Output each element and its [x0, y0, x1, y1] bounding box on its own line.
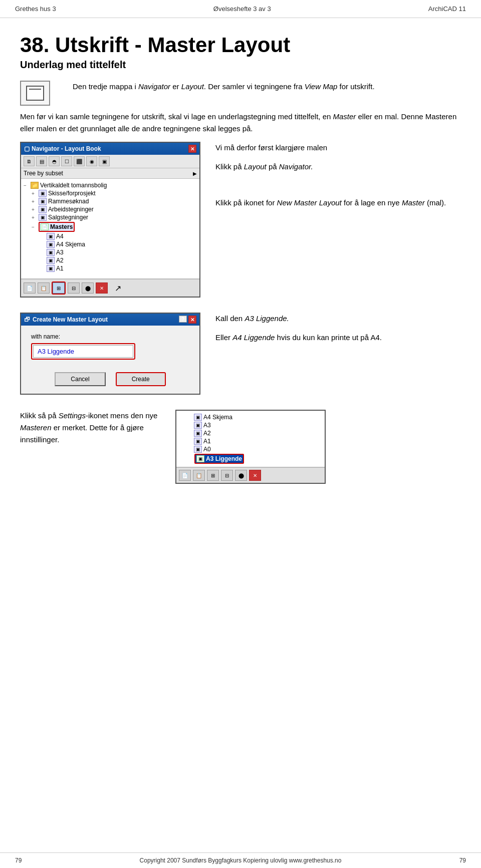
- navigator-section: ▢ Navigator - Layout Book ✕ 🗎 ▤ ◓ ☐ ⬛ ◉ …: [20, 142, 461, 298]
- nav2-label-a2: A2: [203, 430, 211, 437]
- tree-item-root[interactable]: − 📁 Vertikaldelt tomannsbolig: [24, 181, 197, 189]
- nav2-bottombar: 📄 📋 ⊞ ⊟ ⬤ ✕: [176, 467, 325, 483]
- nav2-btn-3[interactable]: ⊞: [207, 470, 219, 481]
- nav2-icon-a4s: ▣: [194, 414, 202, 421]
- nav2-expand-a3l: [187, 456, 194, 462]
- navigator-window-2: ▣ A4 Skjema ▣ A3 ▣ A2: [175, 410, 326, 484]
- nav2-tree-a2[interactable]: ▣ A2: [187, 429, 322, 437]
- nav2-tree-a0[interactable]: ▣ A0: [187, 445, 322, 453]
- main-content: 38. Utskrift - Master Layout Underlag me…: [0, 18, 481, 499]
- tree-folder-icon: 📁: [31, 182, 39, 189]
- tree-expand-arbeid: +: [32, 207, 39, 212]
- toolbar-btn-7[interactable]: ▣: [99, 156, 110, 166]
- nav-bottombar: 📄 📋 ⊞ ⊟ ⬤ ✕ ↗: [21, 279, 199, 297]
- toolbar-btn-1[interactable]: 🗎: [24, 156, 35, 166]
- cancel-button[interactable]: Cancel: [55, 372, 105, 386]
- tree-label-a3: A3: [56, 249, 64, 256]
- bottom-btn-new-master-wrap: ⊞: [52, 281, 66, 295]
- nav2-expand-a0: [187, 447, 194, 452]
- nav-window-title: Navigator - Layout Book: [32, 145, 101, 152]
- nav-tree: − 📁 Vertikaldelt tomannsbolig + ▣ Skisse…: [21, 179, 199, 279]
- text-right-top2: Klikk på Layout på Navigator.: [215, 161, 461, 173]
- dialog-titlebar: 🗗 Create New Master Layout ? ✕: [21, 314, 199, 326]
- nav2-label-a0: A0: [203, 446, 211, 453]
- text-right-top: Vi må derfor først klargjøre malen: [215, 142, 461, 154]
- create-button[interactable]: Create: [116, 372, 166, 386]
- text-eller: Eller A4 Liggende hvis du kun kan printe…: [215, 332, 461, 344]
- toolbar-btn-5[interactable]: ⬛: [74, 156, 85, 166]
- tree-item-skisse[interactable]: + ▣ Skisse/forprosjekt: [32, 189, 197, 197]
- bottom-text-1: Klikk så på Settings-ikonet mens den nye…: [20, 410, 160, 446]
- nav2-btn-5[interactable]: ⬤: [235, 470, 247, 481]
- dialog-close-btn[interactable]: ✕: [188, 316, 196, 324]
- tree-label-root: Vertikaldelt tomannsbolig: [40, 182, 107, 189]
- tree-item-a4[interactable]: ▣ A4: [40, 232, 197, 240]
- tree-item-a4s[interactable]: ▣ A4 Skjema: [40, 240, 197, 248]
- nav2-icon-a2: ▣: [194, 430, 202, 437]
- toolbar-btn-2[interactable]: ▤: [36, 156, 47, 166]
- tree-item-a3[interactable]: ▣ A3: [40, 248, 197, 256]
- toolbar-btn-4[interactable]: ☐: [61, 156, 72, 166]
- dialog-help-btn[interactable]: ?: [179, 316, 187, 323]
- bottom-btn-1[interactable]: 📄: [24, 282, 36, 294]
- tree-item-a1[interactable]: ▣ A1: [40, 264, 197, 272]
- nav-dropdown-label: Tree by subset: [24, 170, 63, 177]
- tree-page-icon-a1: ▣: [47, 265, 55, 272]
- footer-copyright: Copyright 2007 Sundførs Byggfagkurs Kopi…: [140, 857, 342, 864]
- intro-section: Den tredje mappa i Navigator er Layout. …: [20, 81, 461, 106]
- bottom-btn-4[interactable]: ⊟: [68, 282, 80, 294]
- nav-right-text: Vi må derfor først klargjøre malen Klikk…: [215, 142, 461, 216]
- nav2-label-a1: A1: [203, 438, 211, 445]
- bottom-btn-delete[interactable]: ✕: [96, 282, 108, 294]
- dialog-section: 🗗 Create New Master Layout ? ✕ with name…: [20, 313, 461, 395]
- layout-book-icon-box: [20, 81, 50, 106]
- tree-page-icon-2: ▣: [39, 198, 47, 205]
- tree-page-icon-3: ▣: [39, 206, 47, 213]
- nav2-icon-a3l: ▣: [196, 455, 204, 462]
- nav-toolbar: 🗎 ▤ ◓ ☐ ⬛ ◉ ▣: [21, 155, 199, 168]
- bottom-btn-2[interactable]: 📋: [38, 282, 50, 294]
- dialog-input-wrap: [31, 343, 135, 360]
- dialog-body: with name:: [21, 326, 199, 367]
- navigator-window-left: ▢ Navigator - Layout Book ✕ 🗎 ▤ ◓ ☐ ⬛ ◉ …: [20, 142, 200, 298]
- dialog-icon: 🗗: [24, 316, 30, 323]
- footer-page-left: 79: [15, 857, 22, 864]
- nav2-btn-1[interactable]: 📄: [179, 470, 191, 481]
- nav2-tree-a3[interactable]: ▣ A3: [187, 421, 322, 429]
- tree-item-arbeid[interactable]: + ▣ Arbeidstegninger: [32, 205, 197, 213]
- tree-page-icon-4: ▣: [39, 214, 47, 221]
- nav2-btn-delete[interactable]: ✕: [249, 470, 261, 481]
- bottom-btn-new-master[interactable]: ⊞: [53, 282, 65, 294]
- toolbar-btn-3[interactable]: ◓: [49, 156, 60, 166]
- tree-expand-salg: +: [32, 215, 39, 220]
- nav2-tree-a3l-row[interactable]: ▣ A3 Liggende: [187, 453, 322, 464]
- nav2-expand-a3: [187, 423, 194, 428]
- bottom-btn-5[interactable]: ⬤: [82, 282, 94, 294]
- nav2-tree-a1[interactable]: ▣ A1: [187, 437, 322, 445]
- tree-item-salg[interactable]: + ▣ Salgstegninger: [32, 213, 197, 221]
- tree-item-masters-row[interactable]: − 📄 Masters: [24, 221, 197, 232]
- intro-text: Den tredje mappa i Navigator er Layout. …: [73, 81, 461, 100]
- nav2-label-a4s: A4 Skjema: [203, 414, 232, 421]
- dialog-input[interactable]: [33, 345, 133, 358]
- tree-label-a4s: A4 Skjema: [56, 241, 85, 248]
- tree-expand-a4s: [40, 242, 47, 247]
- bottom-left-text: Klikk så på Settings-ikonet mens den nye…: [20, 410, 160, 453]
- nav2-a3l-highlight: ▣ A3 Liggende: [194, 454, 244, 464]
- dialog-buttons: Cancel Create: [21, 367, 199, 394]
- text-right-bottom: Klikk på ikonet for New Master Layout fo…: [215, 197, 461, 209]
- tree-item-a2[interactable]: ▣ A2: [40, 256, 197, 264]
- toolbar-btn-6[interactable]: ◉: [86, 156, 97, 166]
- tree-item-ramme[interactable]: + ▣ Rammesøknad: [32, 197, 197, 205]
- nav-dropdown-row[interactable]: Tree by subset ▶: [21, 168, 199, 179]
- nav-window-2-container: ▣ A4 Skjema ▣ A3 ▣ A2: [175, 410, 326, 484]
- nav-close-button[interactable]: ✕: [188, 145, 196, 153]
- layout-symbol: [26, 86, 44, 101]
- nav2-btn-2[interactable]: 📋: [193, 470, 205, 481]
- nav2-btn-4[interactable]: ⊟: [221, 470, 233, 481]
- nav2-tree-a4s[interactable]: ▣ A4 Skjema: [187, 413, 322, 421]
- text-kall: Kall den A3 Liggende.: [215, 313, 461, 325]
- header-center: Øvelseshefte 3 av 3: [213, 5, 271, 13]
- header-left: Grethes hus 3: [15, 5, 56, 13]
- nav2-icon-a3: ▣: [194, 422, 202, 429]
